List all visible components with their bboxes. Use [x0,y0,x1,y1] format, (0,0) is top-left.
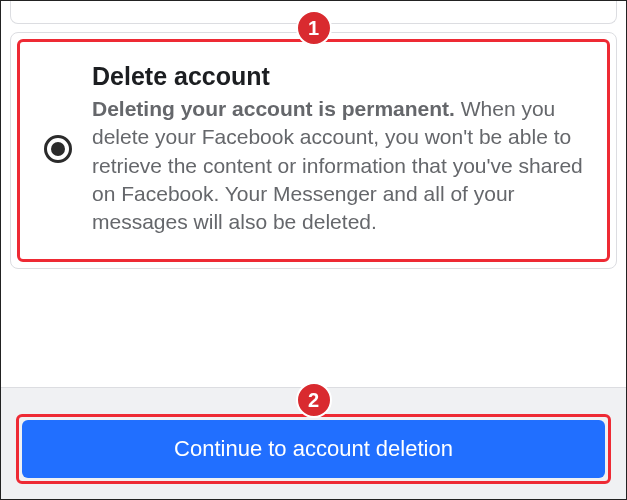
delete-account-option[interactable]: Delete account Deleting your account is … [10,32,617,269]
option-title: Delete account [92,62,583,91]
annotation-highlight-2: Continue to account deletion [16,414,611,484]
annotation-highlight-1: Delete account Deleting your account is … [17,39,610,262]
continue-to-deletion-button[interactable]: Continue to account deletion [22,420,605,478]
annotation-callout-2: 2 [296,382,332,418]
annotation-callout-1: 1 [296,10,332,46]
radio-inner-dot [51,142,65,156]
option-text-block: Delete account Deleting your account is … [92,62,583,237]
option-description: Deleting your account is permanent. When… [92,95,583,237]
radio-selected-icon[interactable] [44,135,72,163]
option-description-bold: Deleting your account is permanent. [92,97,455,120]
